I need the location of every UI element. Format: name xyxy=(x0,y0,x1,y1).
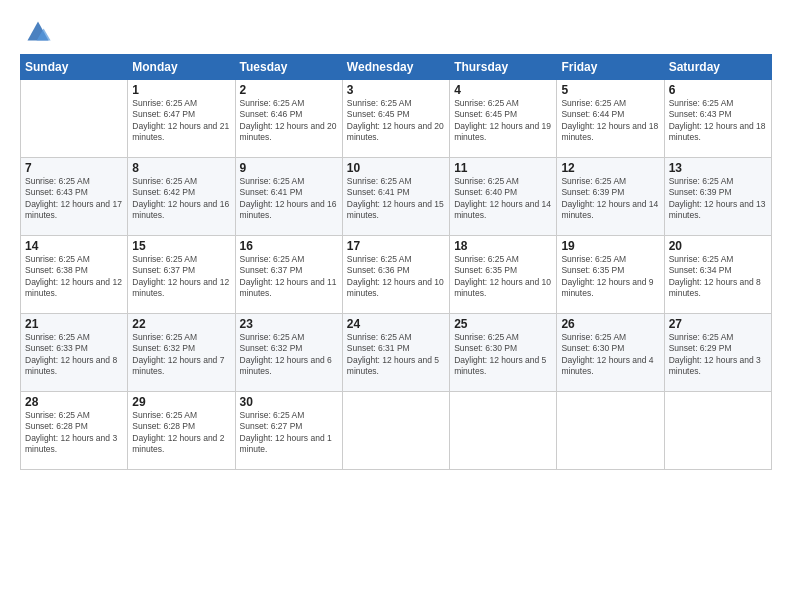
day-number: 14 xyxy=(25,239,123,253)
calendar-cell: 15Sunrise: 6:25 AMSunset: 6:37 PMDayligh… xyxy=(128,236,235,314)
day-info: Sunrise: 6:25 AMSunset: 6:31 PMDaylight:… xyxy=(347,332,445,378)
calendar-cell: 16Sunrise: 6:25 AMSunset: 6:37 PMDayligh… xyxy=(235,236,342,314)
calendar-cell: 22Sunrise: 6:25 AMSunset: 6:32 PMDayligh… xyxy=(128,314,235,392)
calendar-header-thursday: Thursday xyxy=(450,55,557,80)
calendar-week-row: 1Sunrise: 6:25 AMSunset: 6:47 PMDaylight… xyxy=(21,80,772,158)
day-number: 18 xyxy=(454,239,552,253)
day-info: Sunrise: 6:25 AMSunset: 6:27 PMDaylight:… xyxy=(240,410,338,456)
calendar-table: SundayMondayTuesdayWednesdayThursdayFrid… xyxy=(20,54,772,470)
day-info: Sunrise: 6:25 AMSunset: 6:43 PMDaylight:… xyxy=(25,176,123,222)
calendar-cell: 25Sunrise: 6:25 AMSunset: 6:30 PMDayligh… xyxy=(450,314,557,392)
calendar-cell: 20Sunrise: 6:25 AMSunset: 6:34 PMDayligh… xyxy=(664,236,771,314)
day-number: 12 xyxy=(561,161,659,175)
day-number: 9 xyxy=(240,161,338,175)
day-number: 23 xyxy=(240,317,338,331)
calendar-week-row: 21Sunrise: 6:25 AMSunset: 6:33 PMDayligh… xyxy=(21,314,772,392)
calendar-cell: 2Sunrise: 6:25 AMSunset: 6:46 PMDaylight… xyxy=(235,80,342,158)
calendar-header-sunday: Sunday xyxy=(21,55,128,80)
day-info: Sunrise: 6:25 AMSunset: 6:28 PMDaylight:… xyxy=(25,410,123,456)
day-number: 27 xyxy=(669,317,767,331)
calendar-cell: 10Sunrise: 6:25 AMSunset: 6:41 PMDayligh… xyxy=(342,158,449,236)
day-info: Sunrise: 6:25 AMSunset: 6:36 PMDaylight:… xyxy=(347,254,445,300)
day-number: 3 xyxy=(347,83,445,97)
day-info: Sunrise: 6:25 AMSunset: 6:47 PMDaylight:… xyxy=(132,98,230,144)
day-number: 6 xyxy=(669,83,767,97)
calendar-cell: 3Sunrise: 6:25 AMSunset: 6:45 PMDaylight… xyxy=(342,80,449,158)
calendar-cell: 4Sunrise: 6:25 AMSunset: 6:45 PMDaylight… xyxy=(450,80,557,158)
day-info: Sunrise: 6:25 AMSunset: 6:32 PMDaylight:… xyxy=(240,332,338,378)
calendar-cell: 8Sunrise: 6:25 AMSunset: 6:42 PMDaylight… xyxy=(128,158,235,236)
day-number: 16 xyxy=(240,239,338,253)
calendar-cell: 30Sunrise: 6:25 AMSunset: 6:27 PMDayligh… xyxy=(235,392,342,470)
calendar-header-saturday: Saturday xyxy=(664,55,771,80)
day-info: Sunrise: 6:25 AMSunset: 6:39 PMDaylight:… xyxy=(669,176,767,222)
day-info: Sunrise: 6:25 AMSunset: 6:43 PMDaylight:… xyxy=(669,98,767,144)
day-info: Sunrise: 6:25 AMSunset: 6:37 PMDaylight:… xyxy=(240,254,338,300)
day-info: Sunrise: 6:25 AMSunset: 6:40 PMDaylight:… xyxy=(454,176,552,222)
day-number: 11 xyxy=(454,161,552,175)
header xyxy=(20,16,772,44)
day-info: Sunrise: 6:25 AMSunset: 6:29 PMDaylight:… xyxy=(669,332,767,378)
calendar-cell: 1Sunrise: 6:25 AMSunset: 6:47 PMDaylight… xyxy=(128,80,235,158)
logo xyxy=(20,16,52,44)
day-number: 29 xyxy=(132,395,230,409)
day-number: 2 xyxy=(240,83,338,97)
logo-icon xyxy=(24,16,52,44)
calendar-week-row: 28Sunrise: 6:25 AMSunset: 6:28 PMDayligh… xyxy=(21,392,772,470)
calendar-cell: 14Sunrise: 6:25 AMSunset: 6:38 PMDayligh… xyxy=(21,236,128,314)
day-info: Sunrise: 6:25 AMSunset: 6:41 PMDaylight:… xyxy=(347,176,445,222)
calendar-cell: 27Sunrise: 6:25 AMSunset: 6:29 PMDayligh… xyxy=(664,314,771,392)
calendar-cell: 29Sunrise: 6:25 AMSunset: 6:28 PMDayligh… xyxy=(128,392,235,470)
calendar-cell: 17Sunrise: 6:25 AMSunset: 6:36 PMDayligh… xyxy=(342,236,449,314)
day-number: 21 xyxy=(25,317,123,331)
calendar-week-row: 7Sunrise: 6:25 AMSunset: 6:43 PMDaylight… xyxy=(21,158,772,236)
day-info: Sunrise: 6:25 AMSunset: 6:45 PMDaylight:… xyxy=(347,98,445,144)
day-number: 25 xyxy=(454,317,552,331)
day-number: 10 xyxy=(347,161,445,175)
day-info: Sunrise: 6:25 AMSunset: 6:34 PMDaylight:… xyxy=(669,254,767,300)
calendar-cell xyxy=(664,392,771,470)
day-number: 30 xyxy=(240,395,338,409)
day-number: 1 xyxy=(132,83,230,97)
calendar-cell: 19Sunrise: 6:25 AMSunset: 6:35 PMDayligh… xyxy=(557,236,664,314)
day-number: 4 xyxy=(454,83,552,97)
day-info: Sunrise: 6:25 AMSunset: 6:37 PMDaylight:… xyxy=(132,254,230,300)
day-info: Sunrise: 6:25 AMSunset: 6:42 PMDaylight:… xyxy=(132,176,230,222)
calendar-cell: 24Sunrise: 6:25 AMSunset: 6:31 PMDayligh… xyxy=(342,314,449,392)
day-number: 15 xyxy=(132,239,230,253)
day-number: 19 xyxy=(561,239,659,253)
day-number: 13 xyxy=(669,161,767,175)
day-info: Sunrise: 6:25 AMSunset: 6:41 PMDaylight:… xyxy=(240,176,338,222)
day-info: Sunrise: 6:25 AMSunset: 6:38 PMDaylight:… xyxy=(25,254,123,300)
day-info: Sunrise: 6:25 AMSunset: 6:33 PMDaylight:… xyxy=(25,332,123,378)
calendar-header-tuesday: Tuesday xyxy=(235,55,342,80)
calendar-cell: 11Sunrise: 6:25 AMSunset: 6:40 PMDayligh… xyxy=(450,158,557,236)
day-info: Sunrise: 6:25 AMSunset: 6:44 PMDaylight:… xyxy=(561,98,659,144)
calendar-cell: 9Sunrise: 6:25 AMSunset: 6:41 PMDaylight… xyxy=(235,158,342,236)
day-number: 26 xyxy=(561,317,659,331)
calendar-cell xyxy=(450,392,557,470)
day-info: Sunrise: 6:25 AMSunset: 6:32 PMDaylight:… xyxy=(132,332,230,378)
day-info: Sunrise: 6:25 AMSunset: 6:35 PMDaylight:… xyxy=(561,254,659,300)
day-number: 24 xyxy=(347,317,445,331)
calendar-header-wednesday: Wednesday xyxy=(342,55,449,80)
calendar-cell: 26Sunrise: 6:25 AMSunset: 6:30 PMDayligh… xyxy=(557,314,664,392)
calendar-header-friday: Friday xyxy=(557,55,664,80)
day-number: 5 xyxy=(561,83,659,97)
calendar-week-row: 14Sunrise: 6:25 AMSunset: 6:38 PMDayligh… xyxy=(21,236,772,314)
day-number: 7 xyxy=(25,161,123,175)
calendar-header-monday: Monday xyxy=(128,55,235,80)
day-info: Sunrise: 6:25 AMSunset: 6:45 PMDaylight:… xyxy=(454,98,552,144)
calendar-cell: 13Sunrise: 6:25 AMSunset: 6:39 PMDayligh… xyxy=(664,158,771,236)
day-info: Sunrise: 6:25 AMSunset: 6:30 PMDaylight:… xyxy=(561,332,659,378)
day-info: Sunrise: 6:25 AMSunset: 6:28 PMDaylight:… xyxy=(132,410,230,456)
day-number: 17 xyxy=(347,239,445,253)
calendar-cell: 21Sunrise: 6:25 AMSunset: 6:33 PMDayligh… xyxy=(21,314,128,392)
day-info: Sunrise: 6:25 AMSunset: 6:39 PMDaylight:… xyxy=(561,176,659,222)
calendar-cell xyxy=(342,392,449,470)
calendar-cell: 28Sunrise: 6:25 AMSunset: 6:28 PMDayligh… xyxy=(21,392,128,470)
calendar-cell: 6Sunrise: 6:25 AMSunset: 6:43 PMDaylight… xyxy=(664,80,771,158)
calendar-cell: 7Sunrise: 6:25 AMSunset: 6:43 PMDaylight… xyxy=(21,158,128,236)
day-info: Sunrise: 6:25 AMSunset: 6:35 PMDaylight:… xyxy=(454,254,552,300)
day-number: 22 xyxy=(132,317,230,331)
